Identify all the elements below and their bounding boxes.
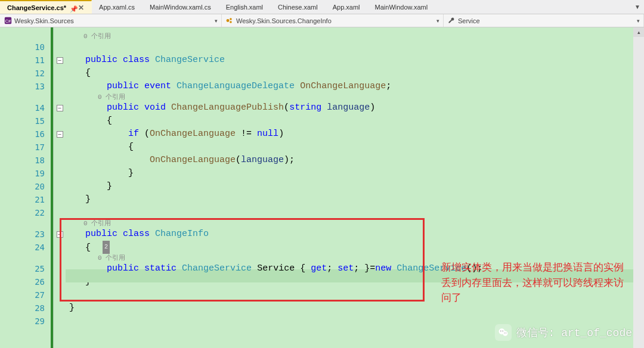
- tab[interactable]: App.xaml.cs: [92, 0, 143, 14]
- line-number: 20: [0, 180, 45, 193]
- code-editor[interactable]: 10 11 12 13 14 15 16 17 18 19 20 21 22 2…: [0, 27, 644, 348]
- watermark-text: 微信号: art_of_code: [516, 325, 632, 340]
- code-line: [66, 206, 644, 219]
- tab-bar: ChangeService.cs*📌✕ App.xaml.cs MainWind…: [0, 0, 644, 14]
- vertical-scrollbar[interactable]: ▴: [633, 27, 644, 348]
- line-number: 24: [0, 241, 45, 254]
- code-line: public event ChangeLanguageDelegate OnCh…: [66, 80, 644, 93]
- codelens-references[interactable]: 0 个引用: [66, 93, 644, 101]
- fold-toggle[interactable]: −: [57, 105, 63, 111]
- svg-point-4: [230, 21, 233, 23]
- fold-toggle[interactable]: −: [57, 231, 63, 238]
- tab[interactable]: MainWindow.xaml.cs: [143, 0, 219, 14]
- line-number: 18: [0, 154, 45, 167]
- line-number: 17: [0, 141, 45, 154]
- svg-point-8: [502, 331, 503, 332]
- code-line: {: [66, 114, 644, 128]
- tab-active[interactable]: ChangeService.cs*📌✕: [0, 0, 92, 14]
- tab[interactable]: English.xaml: [219, 0, 271, 14]
- code-line: public void ChangeLanguagePublish(string…: [66, 101, 644, 114]
- codelens-references[interactable]: 0 个引用: [66, 32, 644, 41]
- svg-text:C#: C#: [5, 18, 11, 24]
- tab-label: App.xaml: [333, 4, 360, 11]
- code-line: }: [66, 167, 644, 180]
- csharp-project-icon: C#: [4, 17, 12, 25]
- line-number: 💡25: [0, 262, 45, 275]
- line-number: 21: [0, 193, 45, 206]
- nav-class[interactable]: Wesky.Skin.Sources.ChangeInfo ▾: [222, 14, 444, 27]
- watermark: 微信号: art_of_code: [495, 324, 632, 341]
- tab[interactable]: MainWindow.xaml: [368, 0, 436, 14]
- line-number: 29: [0, 315, 45, 328]
- class-icon: [225, 17, 234, 25]
- line-number: 19: [0, 167, 45, 180]
- nav-project[interactable]: C# Wesky.Skin.Sources ▾: [0, 14, 222, 27]
- line-number: 11: [0, 54, 45, 67]
- chevron-down-icon[interactable]: ▼: [634, 4, 640, 10]
- svg-point-2: [227, 19, 230, 22]
- line-number: 14: [0, 101, 45, 114]
- code-line: if (OnChangeLanguage != null): [66, 128, 644, 141]
- line-number: 22: [0, 206, 45, 219]
- line-number: 13: [0, 80, 45, 93]
- fold-toggle[interactable]: −: [57, 131, 63, 138]
- tab-label: App.xaml.cs: [99, 4, 135, 11]
- code-line: public class ChangeService: [66, 54, 644, 67]
- line-number: 26: [0, 275, 45, 288]
- tab-label: English.xaml: [226, 4, 263, 11]
- svg-point-3: [230, 18, 233, 20]
- line-number: 23: [0, 228, 45, 241]
- reference-count-badge[interactable]: 2: [103, 241, 110, 254]
- fold-toggle[interactable]: −: [57, 57, 63, 64]
- line-number: 15: [0, 114, 45, 128]
- tab-label: MainWindow.xaml: [375, 4, 428, 11]
- code-line: { 2: [66, 241, 644, 254]
- code-line: }: [66, 180, 644, 193]
- code-area[interactable]: 0 个引用 public class ChangeService { publi…: [66, 27, 644, 348]
- wechat-icon: [495, 324, 512, 341]
- nav-project-label: Wesky.Skin.Sources: [14, 17, 74, 24]
- chevron-down-icon: ▾: [436, 18, 439, 24]
- code-line: {: [66, 67, 644, 80]
- tab-label: ChangeService.cs*: [7, 4, 66, 11]
- nav-member-label: Service: [458, 17, 480, 24]
- svg-point-7: [500, 331, 501, 332]
- navigation-bar: C# Wesky.Skin.Sources ▾ Wesky.Skin.Sourc…: [0, 14, 644, 27]
- line-number-gutter: 10 11 12 13 14 15 16 17 18 19 20 21 22 2…: [0, 27, 54, 348]
- svg-point-9: [504, 333, 504, 333]
- tab[interactable]: App.xaml: [326, 0, 368, 14]
- svg-point-10: [505, 333, 506, 333]
- tab-label: MainWindow.xaml.cs: [150, 4, 211, 11]
- code-line: }: [66, 193, 644, 206]
- close-icon[interactable]: ✕: [78, 4, 84, 12]
- chevron-down-icon: ▾: [215, 18, 218, 24]
- line-number: 10: [0, 41, 45, 54]
- code-line: {: [66, 141, 644, 154]
- nav-class-label: Wesky.Skin.Sources.ChangeInfo: [236, 17, 332, 24]
- line-number: 16: [0, 128, 45, 141]
- chevron-down-icon: ▾: [637, 18, 640, 24]
- annotation-text: 新增实体类，用来当做是把换语言的实例丢到内存里面去，这样就可以跨线程来访问了: [441, 260, 632, 306]
- fold-column: − − − −: [54, 27, 66, 348]
- tab-label: Chinese.xaml: [278, 4, 318, 11]
- line-number: 12: [0, 67, 45, 80]
- code-line: [66, 41, 644, 54]
- codelens-references[interactable]: 0 个引用: [66, 219, 644, 228]
- line-number: 27: [0, 288, 45, 302]
- line-number: 28: [0, 302, 45, 315]
- tab[interactable]: Chinese.xaml: [271, 0, 326, 14]
- tab-bar-overflow[interactable]: ▼: [631, 0, 644, 14]
- pin-icon[interactable]: 📌: [70, 5, 75, 10]
- code-line: public class ChangeInfo: [66, 228, 644, 241]
- code-line: OnChangeLanguage(language);: [66, 154, 644, 167]
- wrench-icon: [447, 17, 456, 25]
- nav-member[interactable]: Service ▾: [444, 14, 644, 27]
- svg-point-6: [503, 331, 507, 336]
- scroll-up-icon[interactable]: ▴: [633, 27, 644, 37]
